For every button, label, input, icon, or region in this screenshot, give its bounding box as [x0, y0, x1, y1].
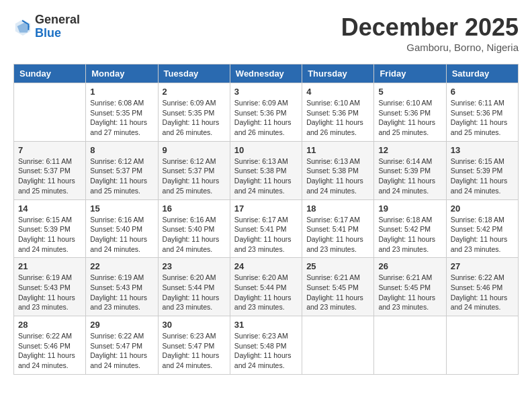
- cell-info: Sunrise: 6:13 AM: [306, 156, 369, 167]
- cell-info: Sunset: 5:36 PM: [451, 108, 514, 118]
- calendar-cell: 4Sunrise: 6:10 AMSunset: 5:36 PMDaylight…: [302, 83, 374, 142]
- cell-info: Sunrise: 6:12 AM: [90, 156, 153, 167]
- cell-info: Sunrise: 6:13 AM: [234, 156, 298, 167]
- cell-info: Sunrise: 6:16 AM: [163, 215, 226, 225]
- cell-info: Sunset: 5:45 PM: [378, 283, 441, 293]
- cell-info: and 25 minutes.: [90, 186, 153, 196]
- cell-info: and 24 minutes.: [90, 244, 153, 255]
- day-number: 18: [306, 203, 369, 214]
- cell-info: Daylight: 11 hours: [451, 234, 514, 244]
- cell-info: Sunrise: 6:15 AM: [18, 215, 81, 225]
- cell-info: and 24 minutes.: [18, 244, 81, 255]
- day-number: 1: [90, 87, 153, 97]
- header-day: Tuesday: [158, 64, 230, 83]
- cell-info: Daylight: 11 hours: [234, 351, 298, 361]
- cell-info: and 23 minutes.: [234, 244, 298, 255]
- cell-info: Sunset: 5:42 PM: [378, 224, 441, 234]
- month-title: December 2025: [341, 13, 519, 42]
- cell-info: and 24 minutes.: [378, 186, 441, 196]
- cell-info: Daylight: 11 hours: [234, 293, 298, 303]
- day-number: 24: [234, 261, 298, 271]
- cell-info: and 25 minutes.: [18, 186, 81, 196]
- cell-info: Daylight: 11 hours: [306, 118, 369, 128]
- calendar-cell: 13Sunrise: 6:15 AMSunset: 5:39 PMDayligh…: [446, 141, 518, 199]
- cell-info: and 24 minutes.: [18, 361, 81, 371]
- calendar-cell: [446, 316, 518, 375]
- cell-info: Sunrise: 6:09 AM: [163, 98, 226, 108]
- day-number: 16: [163, 203, 226, 214]
- header-day: Sunday: [14, 64, 86, 83]
- cell-info: Daylight: 11 hours: [378, 176, 441, 186]
- cell-info: Daylight: 11 hours: [18, 176, 81, 186]
- day-number: 7: [18, 145, 81, 155]
- cell-info: Daylight: 11 hours: [378, 118, 441, 128]
- cell-info: Sunrise: 6:20 AM: [163, 273, 226, 283]
- cell-info: and 24 minutes.: [306, 186, 369, 196]
- cell-info: Daylight: 11 hours: [18, 234, 81, 244]
- cell-info: Sunset: 5:41 PM: [234, 224, 298, 234]
- calendar-cell: 16Sunrise: 6:16 AMSunset: 5:40 PMDayligh…: [158, 199, 230, 258]
- cell-info: and 24 minutes.: [163, 244, 226, 255]
- cell-info: Sunrise: 6:10 AM: [306, 98, 369, 108]
- calendar-week-row: 28Sunrise: 6:22 AMSunset: 5:46 PMDayligh…: [14, 316, 519, 375]
- calendar-cell: [302, 316, 374, 375]
- cell-info: Sunset: 5:44 PM: [163, 283, 226, 293]
- logo: General Blue: [13, 13, 80, 40]
- cell-info: Sunset: 5:38 PM: [234, 166, 298, 176]
- day-number: 28: [18, 320, 81, 330]
- cell-info: Sunset: 5:37 PM: [18, 166, 81, 176]
- calendar-cell: 9Sunrise: 6:12 AMSunset: 5:37 PMDaylight…: [158, 141, 230, 199]
- cell-info: and 24 minutes.: [451, 302, 514, 312]
- cell-info: Sunset: 5:46 PM: [18, 341, 81, 351]
- day-number: 5: [378, 87, 441, 97]
- cell-info: and 23 minutes.: [18, 302, 81, 312]
- cell-info: and 23 minutes.: [306, 302, 369, 312]
- cell-info: and 26 minutes.: [163, 128, 226, 138]
- cell-info: Sunrise: 6:12 AM: [163, 156, 226, 167]
- calendar-cell: [14, 83, 86, 142]
- cell-info: Sunset: 5:38 PM: [306, 166, 369, 176]
- cell-info: Daylight: 11 hours: [163, 351, 226, 361]
- calendar-cell: 14Sunrise: 6:15 AMSunset: 5:39 PMDayligh…: [14, 199, 86, 258]
- calendar-week-row: 7Sunrise: 6:11 AMSunset: 5:37 PMDaylight…: [14, 141, 519, 199]
- header-row: SundayMondayTuesdayWednesdayThursdayFrid…: [14, 64, 519, 83]
- cell-info: and 24 minutes.: [451, 186, 514, 196]
- cell-info: Sunrise: 6:14 AM: [378, 156, 441, 167]
- cell-info: Daylight: 11 hours: [234, 176, 298, 186]
- calendar-cell: 22Sunrise: 6:19 AMSunset: 5:43 PMDayligh…: [86, 258, 158, 316]
- calendar-cell: 17Sunrise: 6:17 AMSunset: 5:41 PMDayligh…: [230, 199, 302, 258]
- cell-info: Sunrise: 6:08 AM: [90, 98, 153, 108]
- calendar-cell: 3Sunrise: 6:09 AMSunset: 5:36 PMDaylight…: [230, 83, 302, 142]
- calendar-cell: 25Sunrise: 6:21 AMSunset: 5:45 PMDayligh…: [302, 258, 374, 316]
- day-number: 20: [451, 203, 514, 214]
- day-number: 14: [18, 203, 81, 214]
- cell-info: and 25 minutes.: [378, 128, 441, 138]
- logo-text: General Blue: [35, 13, 80, 40]
- cell-info: and 23 minutes.: [306, 244, 369, 255]
- cell-info: Daylight: 11 hours: [163, 118, 226, 128]
- cell-info: Daylight: 11 hours: [90, 176, 153, 186]
- calendar-cell: 19Sunrise: 6:18 AMSunset: 5:42 PMDayligh…: [374, 199, 446, 258]
- cell-info: Sunset: 5:40 PM: [163, 224, 226, 234]
- day-number: 22: [90, 261, 153, 271]
- calendar-cell: 18Sunrise: 6:17 AMSunset: 5:41 PMDayligh…: [302, 199, 374, 258]
- header-day: Monday: [86, 64, 158, 83]
- cell-info: Sunset: 5:44 PM: [234, 283, 298, 293]
- cell-info: Daylight: 11 hours: [18, 351, 81, 361]
- cell-info: Sunrise: 6:22 AM: [18, 331, 81, 341]
- cell-info: Sunrise: 6:19 AM: [90, 273, 153, 283]
- day-number: 2: [163, 87, 226, 97]
- day-number: 17: [234, 203, 298, 214]
- cell-info: Daylight: 11 hours: [234, 234, 298, 244]
- calendar-cell: 2Sunrise: 6:09 AMSunset: 5:35 PMDaylight…: [158, 83, 230, 142]
- cell-info: Sunset: 5:45 PM: [306, 283, 369, 293]
- day-number: 9: [163, 145, 226, 155]
- calendar-cell: 23Sunrise: 6:20 AMSunset: 5:44 PMDayligh…: [158, 258, 230, 316]
- logo-blue: Blue: [35, 27, 80, 40]
- calendar-cell: 26Sunrise: 6:21 AMSunset: 5:45 PMDayligh…: [374, 258, 446, 316]
- cell-info: and 23 minutes.: [90, 302, 153, 312]
- cell-info: Daylight: 11 hours: [378, 293, 441, 303]
- day-number: 23: [163, 261, 226, 271]
- cell-info: Sunset: 5:37 PM: [90, 166, 153, 176]
- calendar-cell: 6Sunrise: 6:11 AMSunset: 5:36 PMDaylight…: [446, 83, 518, 142]
